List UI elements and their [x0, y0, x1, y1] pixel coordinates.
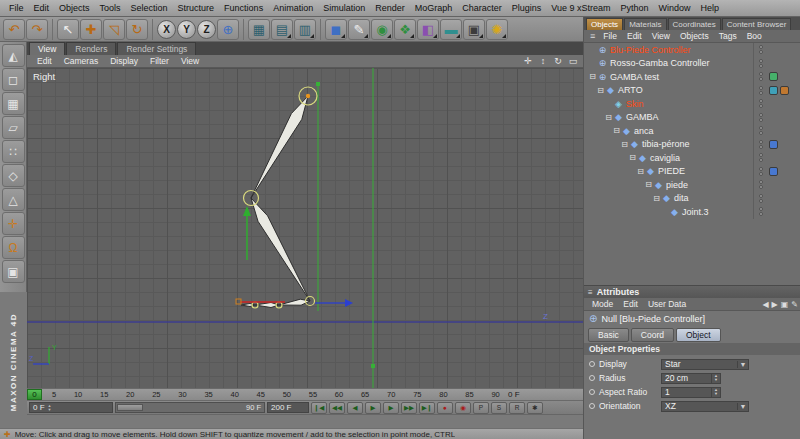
ik-tag-icon[interactable]: [769, 167, 778, 176]
radius-field[interactable]: 20 cm ▲▼: [661, 373, 721, 384]
collapse-icon[interactable]: ⊟: [628, 153, 637, 162]
workplane-mode-icon[interactable]: ▱: [2, 116, 25, 139]
editor-visibility-dot[interactable]: [759, 45, 763, 49]
collapse-icon[interactable]: ⊟: [612, 126, 621, 135]
aspect-ratio-field[interactable]: 1 ▲▼: [661, 387, 721, 398]
tree-row-piede[interactable]: ⊟ ◆ piede: [584, 178, 800, 192]
menu-character[interactable]: Character: [457, 2, 507, 14]
undo-button[interactable]: ↶: [3, 19, 25, 40]
tree-row-skin[interactable]: ◈ Skin: [584, 97, 800, 111]
render-visibility-dot[interactable]: [759, 185, 763, 189]
tab-coordinates[interactable]: Coordinates: [668, 18, 721, 30]
om-menu-bookmarks[interactable]: Boo: [742, 31, 767, 41]
tree-row-gamba-test[interactable]: ⊟ ⊕ GAMBA test: [584, 70, 800, 84]
display-tag-icon[interactable]: [769, 72, 778, 81]
tab-renders[interactable]: Renders: [66, 42, 116, 55]
controller-handle[interactable]: [371, 364, 375, 368]
viewport-menu-view[interactable]: View: [175, 56, 205, 66]
tree-row-blu-piede-controller[interactable]: ⊕ Blu-Piede Controller: [584, 43, 800, 57]
camera-rotate-icon[interactable]: ↻: [552, 56, 564, 66]
add-nurbs-button[interactable]: ◉: [371, 19, 393, 40]
om-menu-objects[interactable]: Objects: [675, 31, 714, 41]
object-label[interactable]: dita: [672, 193, 753, 203]
am-menu-user-data[interactable]: User Data: [643, 299, 691, 309]
axis-mode-icon[interactable]: ✛: [2, 212, 25, 235]
viewport-menu-display[interactable]: Display: [104, 56, 144, 66]
object-label[interactable]: Skin: [624, 99, 753, 109]
edit-icon[interactable]: ✎: [791, 300, 798, 309]
am-menu-mode[interactable]: Mode: [587, 299, 618, 309]
camera-pan-icon[interactable]: ✛: [522, 56, 534, 66]
rotate-tool-button[interactable]: ↻: [126, 19, 148, 40]
next-frame-button[interactable]: ▶: [383, 402, 399, 414]
om-menu-file[interactable]: File: [598, 31, 622, 41]
render-visibility-dot[interactable]: [759, 158, 763, 162]
menu-mograph[interactable]: MoGraph: [410, 2, 458, 14]
polygons-mode-icon[interactable]: △: [2, 188, 25, 211]
editor-visibility-dot[interactable]: [759, 59, 763, 63]
tab-objects[interactable]: Objects: [586, 18, 623, 30]
tree-row-caviglia[interactable]: ⊟ ◆ caviglia: [584, 151, 800, 165]
collapse-icon[interactable]: ⊟: [636, 167, 645, 176]
render-visibility-dot[interactable]: [759, 131, 763, 135]
goto-end-button[interactable]: ▶❙: [419, 402, 435, 414]
object-label[interactable]: ARTO: [616, 85, 753, 95]
current-frame-marker[interactable]: 0: [27, 389, 42, 400]
history-forward-icon[interactable]: ▶: [772, 300, 778, 309]
object-label[interactable]: Joint.3: [680, 207, 753, 217]
femur-bone[interactable]: [251, 96, 308, 198]
tree-row-joint3[interactable]: ◆ Joint.3: [584, 205, 800, 219]
key-parameter-toggle[interactable]: ✱: [527, 402, 543, 414]
texture-mode-icon[interactable]: ▦: [2, 92, 25, 115]
toe-tip-bone[interactable]: [241, 304, 255, 307]
menu-simulation[interactable]: Simulation: [318, 2, 370, 14]
lock-workplane-icon[interactable]: ▣: [2, 260, 25, 283]
z-axis-lock-button[interactable]: Z: [197, 20, 216, 39]
menu-tools[interactable]: Tools: [95, 2, 126, 14]
toe-bone[interactable]: [255, 303, 279, 308]
power-slider[interactable]: 90 F: [115, 402, 265, 413]
viewport-menu-edit[interactable]: Edit: [31, 56, 58, 66]
render-visibility-dot[interactable]: [759, 118, 763, 122]
object-label[interactable]: Rosso-Gamba Controller: [608, 58, 753, 68]
key-rotation-toggle[interactable]: R: [509, 402, 525, 414]
add-deformer-button[interactable]: ◧: [417, 19, 439, 40]
object-label[interactable]: Blu-Piede Controller: [608, 45, 753, 55]
tab-coord[interactable]: Coord: [631, 328, 674, 342]
tree-row-gamba[interactable]: ⊟ ◆ GAMBA: [584, 111, 800, 125]
collapse-icon[interactable]: ⊟: [596, 86, 605, 95]
editor-visibility-dot[interactable]: [759, 99, 763, 103]
editor-visibility-dot[interactable]: [759, 86, 763, 90]
controller-handle[interactable]: [316, 82, 320, 86]
menu-python[interactable]: Python: [616, 2, 654, 14]
render-settings-button[interactable]: ▥: [294, 19, 316, 40]
redo-button[interactable]: ↷: [26, 19, 48, 40]
add-spline-button[interactable]: ✎: [348, 19, 370, 40]
render-visibility-dot[interactable]: [759, 104, 763, 108]
menu-window[interactable]: Window: [654, 2, 696, 14]
render-visibility-dot[interactable]: [759, 77, 763, 81]
render-visibility-dot[interactable]: [759, 145, 763, 149]
keyframe-circle-icon[interactable]: [589, 389, 595, 395]
model-mode-icon[interactable]: ◻: [2, 68, 25, 91]
leg-bones[interactable]: [241, 96, 310, 308]
editor-visibility-dot[interactable]: [759, 72, 763, 76]
object-label[interactable]: GAMBA: [624, 112, 753, 122]
tree-row-arto[interactable]: ⊟ ◆ ARTO: [584, 84, 800, 98]
viewport-menu-filter[interactable]: Filter: [144, 56, 175, 66]
frame-spinner[interactable]: ▲▼: [48, 404, 52, 412]
render-visibility-dot[interactable]: [759, 50, 763, 54]
render-visibility-dot[interactable]: [759, 172, 763, 176]
menu-help[interactable]: Help: [696, 2, 725, 14]
add-cube-button[interactable]: ◼: [325, 19, 347, 40]
prev-frame-button[interactable]: ◀: [347, 402, 363, 414]
hamburger-icon[interactable]: ≡: [587, 31, 598, 41]
current-frame-field[interactable]: 0 F ▲▼: [29, 402, 113, 413]
timeline-ruler[interactable]: 0 5 10 15 20 25 30 35 40 45 50 55 60 65 …: [27, 388, 583, 401]
editor-visibility-dot[interactable]: [759, 207, 763, 211]
autokey-button[interactable]: ◉: [455, 402, 471, 414]
editor-visibility-dot[interactable]: [759, 180, 763, 184]
object-label[interactable]: piede: [664, 180, 753, 190]
collapse-icon[interactable]: ⊟: [604, 113, 613, 122]
x-axis-lock-button[interactable]: X: [157, 20, 176, 39]
